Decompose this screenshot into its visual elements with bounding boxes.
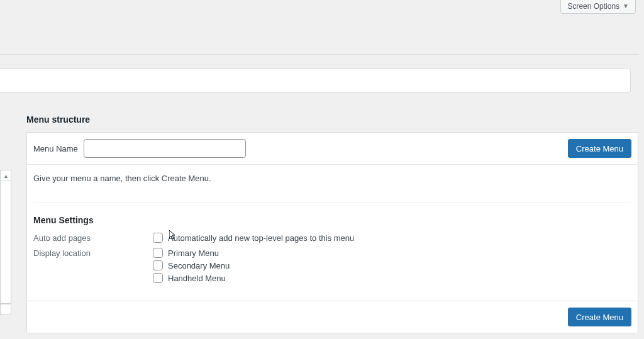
display-option-primary[interactable]: Primary Menu <box>153 248 230 258</box>
primary-menu-checkbox[interactable] <box>153 248 163 258</box>
caret-up-icon: ▴ <box>4 172 8 179</box>
menu-name-input[interactable] <box>84 139 246 158</box>
auto-add-options: Automatically add new top-level pages to… <box>153 233 354 243</box>
settings-row-auto-add: Auto add pages Automatically add new top… <box>33 233 631 243</box>
auto-add-option-label: Automatically add new top-level pages to… <box>168 233 354 243</box>
menu-panel-header: Menu Name Create Menu <box>27 133 638 165</box>
screen-options-button[interactable]: Screen Options ▼ <box>560 0 636 14</box>
content-area: Menu structure Menu Name Create Menu Giv… <box>26 114 638 333</box>
menu-name-wrap: Menu Name <box>33 139 246 158</box>
menu-settings: Menu Settings Auto add pages Automatical… <box>33 202 631 283</box>
auto-add-checkbox[interactable] <box>153 233 163 243</box>
handheld-menu-label: Handheld Menu <box>168 274 226 283</box>
display-location-options: Primary Menu Secondary Menu Handheld Men… <box>153 248 230 283</box>
accordion-toggle[interactable]: ▴ <box>0 170 11 181</box>
menu-panel-body: Give your menu a name, then click Create… <box>27 165 638 301</box>
auto-add-option[interactable]: Automatically add new top-level pages to… <box>153 233 354 243</box>
divider-region <box>0 54 638 92</box>
secondary-menu-checkbox[interactable] <box>153 260 163 270</box>
notice-panel <box>0 69 631 92</box>
create-menu-button-top[interactable]: Create Menu <box>568 139 631 158</box>
section-title: Menu structure <box>26 114 638 125</box>
instruction-text: Give your menu a name, then click Create… <box>33 174 631 183</box>
accordion-panel-edge <box>0 181 11 304</box>
handheld-menu-checkbox[interactable] <box>153 273 163 283</box>
primary-menu-label: Primary Menu <box>168 248 219 258</box>
menu-settings-title: Menu Settings <box>33 215 631 225</box>
auto-add-label: Auto add pages <box>33 233 153 243</box>
display-option-secondary[interactable]: Secondary Menu <box>153 260 230 270</box>
create-menu-button-bottom[interactable]: Create Menu <box>568 308 631 326</box>
top-bar: Screen Options ▼ <box>0 0 644 53</box>
caret-down-icon: ▼ <box>623 3 629 9</box>
accordion-panel-edge <box>0 304 11 315</box>
settings-row-display-location: Display location Primary Menu Secondary … <box>33 248 631 283</box>
menu-panel: Menu Name Create Menu Give your menu a n… <box>26 132 638 333</box>
screen-options-label: Screen Options <box>567 2 619 11</box>
menu-panel-footer: Create Menu <box>27 301 638 333</box>
display-location-label: Display location <box>33 248 153 258</box>
display-option-handheld[interactable]: Handheld Menu <box>153 273 230 283</box>
secondary-menu-label: Secondary Menu <box>168 261 230 270</box>
sidebar-accordion-edge: ▴ <box>0 170 12 318</box>
menu-name-label: Menu Name <box>33 144 78 153</box>
